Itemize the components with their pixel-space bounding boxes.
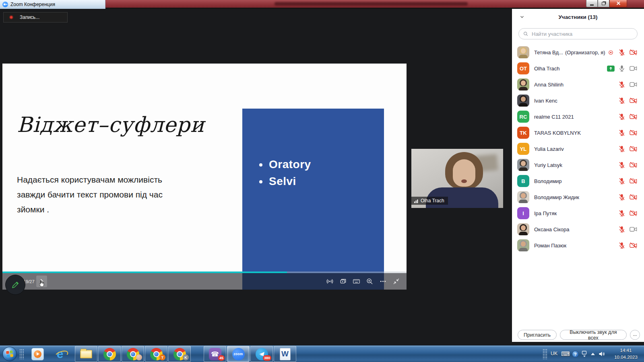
mic-status-icon xyxy=(618,242,625,249)
speaker-name-tag: Olha Trach xyxy=(411,197,448,205)
mute-all-button[interactable]: Выключить звук для всех xyxy=(560,330,627,340)
slides-view-icon[interactable] xyxy=(339,278,347,285)
participant-name: Ivan Kenc xyxy=(534,98,557,104)
taskbar-chrome-1[interactable] xyxy=(98,346,121,362)
tray-grip xyxy=(543,349,547,359)
taskbar-chrome-4[interactable]: K xyxy=(168,346,191,362)
background-word-window-titlebar[interactable] xyxy=(105,0,644,8)
participant-row[interactable]: Yuriy Latsyk xyxy=(512,157,644,173)
speaker-mouth xyxy=(461,179,467,183)
shared-screen-slide: Віджет–суфлери Надається користувачам мо… xyxy=(2,64,407,290)
participants-header: Участники (13) xyxy=(512,9,644,25)
participant-status-icons xyxy=(618,129,638,136)
participant-avatar xyxy=(517,95,529,107)
participant-row[interactable]: YL Yulia Lazariv xyxy=(512,141,644,157)
minimize-button[interactable] xyxy=(586,0,598,7)
exit-fullscreen-icon[interactable] xyxy=(392,278,400,285)
participant-row[interactable]: Ivan Kenc xyxy=(512,93,644,109)
participant-row[interactable]: RC realme C11 2021 xyxy=(512,109,644,125)
slide-body-text: Надається користувачам можливість завжди… xyxy=(17,172,163,217)
participant-row[interactable]: Тетяна Вд... (Организатор, я) xyxy=(512,44,644,60)
participant-row[interactable]: В Володимир xyxy=(512,173,644,189)
footer-more-button[interactable]: ... xyxy=(630,330,640,340)
screen-share-icon xyxy=(607,66,615,72)
taskbar-file-explorer[interactable] xyxy=(75,346,97,362)
speaker-name: Olha Trach xyxy=(421,198,444,204)
chevron-down-icon[interactable] xyxy=(519,14,525,20)
taskbar-internet-explorer[interactable]: e xyxy=(53,347,67,361)
keyboard-layout-icon[interactable]: ⌨ xyxy=(561,350,570,358)
camera-status-icon xyxy=(629,210,638,217)
keyboard-icon[interactable] xyxy=(353,278,360,285)
internet-explorer-icon: e xyxy=(57,348,64,360)
participant-status-icons xyxy=(618,193,638,201)
more-options-icon[interactable] xyxy=(379,278,387,285)
participant-name: Володимир Жидик xyxy=(534,194,579,200)
chrome-profile-photo-badge xyxy=(136,354,142,360)
restore-button[interactable] xyxy=(598,0,609,7)
camera-status-icon xyxy=(629,145,638,152)
taskbar-clock[interactable]: 14:41 10.04.2023 xyxy=(609,347,643,361)
language-indicator[interactable]: UK xyxy=(551,351,557,356)
participant-search-box[interactable] xyxy=(518,28,638,39)
start-button[interactable] xyxy=(2,347,17,361)
participant-list: Тетяна Вд... (Организатор, я) OT Olha Tr… xyxy=(512,44,644,253)
participant-row[interactable]: Оксана Сікора xyxy=(512,221,644,237)
taskbar-chrome-2[interactable] xyxy=(122,346,144,362)
mic-status-icon xyxy=(618,81,625,88)
participant-name: Володимир xyxy=(534,178,562,184)
broadcast-icon[interactable] xyxy=(326,278,334,285)
search-input[interactable] xyxy=(531,31,633,37)
search-icon xyxy=(523,31,528,37)
mic-status-icon xyxy=(618,97,625,104)
participant-row[interactable]: TK TARAS KOBYLNYK xyxy=(512,125,644,141)
participant-row[interactable]: Роман Пазюк xyxy=(512,237,644,253)
participants-footer: Пригласить Выключить звук для всех ... xyxy=(518,330,640,340)
taskbar-telegram[interactable]: 380 xyxy=(250,346,273,362)
participant-avatar xyxy=(517,239,529,251)
zoom-app-icon xyxy=(2,2,8,7)
participant-status-icons xyxy=(607,65,638,72)
participant-name: Іра Путяк xyxy=(534,210,557,216)
taskbar-chrome-3[interactable]: T xyxy=(145,346,167,362)
zoom-window-titlebar[interactable]: Zoom Конференция xyxy=(0,0,105,9)
viber-unread-badge: 45 xyxy=(218,355,225,361)
show-hidden-icons-arrow[interactable] xyxy=(591,353,595,355)
participant-row[interactable]: OT Olha Trach xyxy=(512,60,644,76)
participant-row[interactable]: Володимир Жидик xyxy=(512,189,644,205)
camera-status-icon xyxy=(629,161,638,169)
participant-avatar xyxy=(517,159,529,171)
title-bar: Zoom Конференция xyxy=(0,0,644,9)
speaker-video-thumbnail[interactable]: Olha Trach xyxy=(411,149,503,208)
help-tray-icon[interactable]: ? xyxy=(572,351,579,358)
participant-name: realme C11 2021 xyxy=(534,114,574,120)
participant-status-icons xyxy=(618,97,638,104)
camera-status-icon xyxy=(629,113,638,120)
taskbar-viber[interactable]: ☎45 xyxy=(204,346,226,362)
window-switch-tray-icon[interactable] xyxy=(581,350,588,358)
slide-body-line: завжди бачити текст промови під час xyxy=(17,187,163,202)
taskbar-media-player[interactable] xyxy=(31,347,44,361)
participant-avatar xyxy=(517,46,529,58)
window-controls xyxy=(586,0,627,7)
close-button[interactable] xyxy=(609,0,627,7)
folder-icon xyxy=(80,350,92,358)
camera-status-icon xyxy=(629,226,638,233)
word-icon: W xyxy=(280,348,291,360)
chrome-icon xyxy=(103,348,116,360)
mic-status-icon xyxy=(618,161,625,169)
chrome-profile-t-badge: T xyxy=(159,354,165,360)
participant-status-icons xyxy=(618,210,638,217)
recording-dot-icon xyxy=(9,15,13,19)
taskbar-zoom[interactable]: zoom xyxy=(227,346,250,362)
taskbar-word[interactable]: W xyxy=(274,346,296,362)
volume-icon[interactable] xyxy=(598,350,605,358)
invite-button[interactable]: Пригласить xyxy=(518,330,557,340)
zoom-in-icon[interactable] xyxy=(366,278,374,285)
participant-row[interactable]: Anna Shilinh xyxy=(512,76,644,93)
participant-name: Anna Shilinh xyxy=(534,82,564,88)
participant-avatar xyxy=(517,223,529,235)
participant-name: Yulia Lazariv xyxy=(534,146,564,152)
annotate-pencil-button[interactable] xyxy=(5,275,25,295)
participant-row[interactable]: I Іра Путяк xyxy=(512,205,644,221)
